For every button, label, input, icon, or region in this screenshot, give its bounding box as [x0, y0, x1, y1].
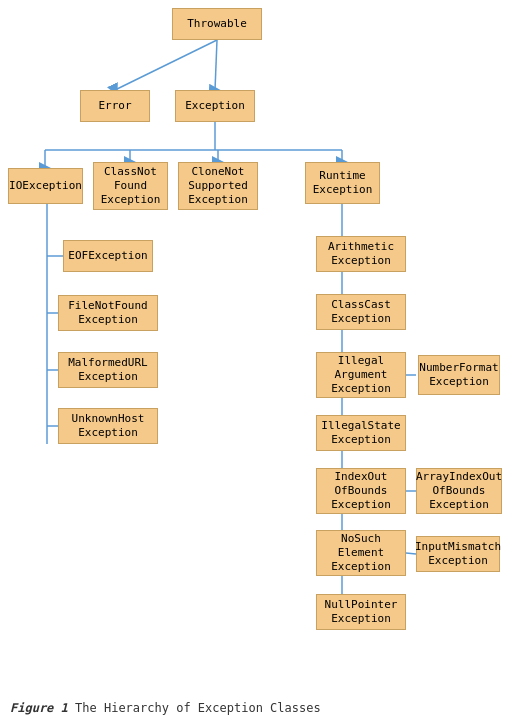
node-error: Error — [80, 90, 150, 122]
node-classcast: ClassCast Exception — [316, 294, 406, 330]
node-filenotfound: FileNotFound Exception — [58, 295, 158, 331]
node-exception: Exception — [175, 90, 255, 122]
node-arithmetic: Arithmetic Exception — [316, 236, 406, 272]
node-malformedurl: MalformedURL Exception — [58, 352, 158, 388]
node-unknownhost: UnknownHost Exception — [58, 408, 158, 444]
caption-text: The Hierarchy of Exception Classes — [75, 701, 321, 715]
figure-caption: Figure 1 The Hierarchy of Exception Clas… — [10, 701, 321, 715]
node-eofexception: EOFException — [63, 240, 153, 272]
node-nosuchelement: NoSuch Element Exception — [316, 530, 406, 576]
node-nullpointer: NullPointer Exception — [316, 594, 406, 630]
figure-label: Figure 1 — [10, 701, 68, 715]
node-throwable: Throwable — [172, 8, 262, 40]
diagram-area: ThrowableErrorExceptionIOExceptionClassN… — [0, 0, 505, 690]
node-classnotfound: ClassNot Found Exception — [93, 162, 168, 210]
node-inputmismatch: InputMismatch Exception — [416, 536, 500, 572]
svg-line-3 — [215, 40, 217, 90]
node-illegalarg: Illegal Argument Exception — [316, 352, 406, 398]
node-runtime: Runtime Exception — [305, 162, 380, 204]
node-clonenot: CloneNot Supported Exception — [178, 162, 258, 210]
node-indexoutofbounds: IndexOut OfBounds Exception — [316, 468, 406, 514]
svg-line-2 — [115, 40, 217, 90]
node-arrayindexout: ArrayIndexOut OfBounds Exception — [416, 468, 502, 514]
node-numberformat: NumberFormat Exception — [418, 355, 500, 395]
node-ioexception: IOException — [8, 168, 83, 204]
node-illegalstate: IllegalState Exception — [316, 415, 406, 451]
